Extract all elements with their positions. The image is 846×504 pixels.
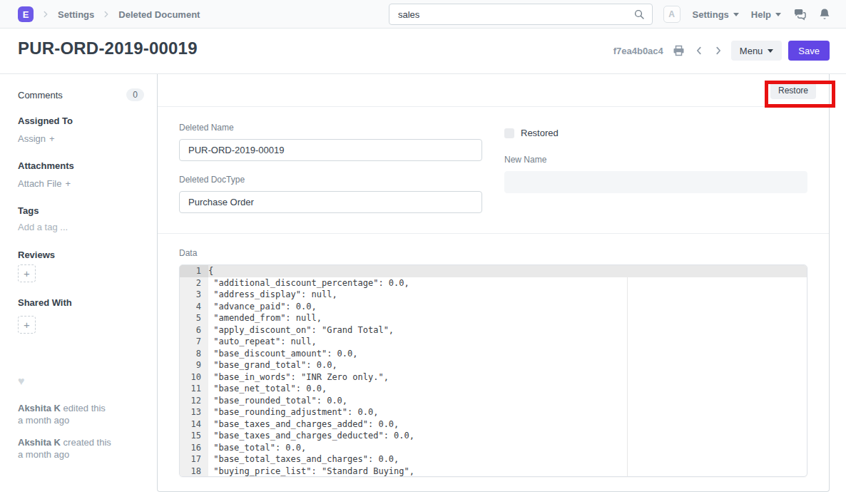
line-text: "base_grand_total": 0.0, — [208, 359, 337, 371]
code-line: 17 "base_total_taxes_and_charges": 0.0, — [180, 453, 807, 466]
comments-label: Comments — [18, 90, 63, 101]
settings-menu[interactable]: Settings — [693, 9, 739, 20]
code-line: 4 "advance_paid": 0.0, — [180, 301, 807, 313]
line-text: "buying_price_list": "Standard Buying", — [208, 466, 414, 478]
line-number: 16 — [180, 442, 208, 454]
navbar: E Settings Deleted Document A Settings — [0, 0, 846, 29]
line-number: 6 — [180, 324, 208, 336]
comments-count-badge: 0 — [126, 88, 144, 101]
code-line: 15 "base_taxes_and_charges_deducted": 0.… — [180, 430, 807, 442]
line-text: "base_net_total": 0.0, — [208, 383, 327, 395]
prev-document-icon[interactable] — [693, 44, 705, 57]
next-document-icon[interactable] — [712, 44, 725, 57]
help-menu[interactable]: Help — [751, 9, 781, 20]
form-section-main: Deleted Name Deleted DocType Restored Ne… — [158, 107, 829, 233]
line-number: 18 — [180, 466, 208, 478]
data-label: Data — [179, 248, 807, 258]
line-number: 3 — [180, 289, 208, 301]
attach-file-button[interactable]: Attach File + — [18, 178, 71, 189]
line-text: "base_in_words": "INR Zero only.", — [208, 371, 389, 384]
share-button[interactable]: + — [18, 316, 36, 334]
print-icon[interactable] — [671, 43, 686, 58]
line-text: "base_rounding_adjustment": 0.0, — [208, 406, 378, 418]
line-text: "base_taxes_and_charges_added": 0.0, — [208, 418, 399, 431]
deleted-name-input[interactable] — [179, 139, 482, 161]
form-toolbar: Restore — [158, 74, 829, 107]
save-button[interactable]: Save — [788, 41, 830, 61]
code-line: 12 "base_rounded_total": 0.0, — [180, 395, 807, 407]
deleted-name-label: Deleted Name — [179, 123, 482, 133]
line-text: "base_rounded_total": 0.0, — [208, 395, 347, 407]
restore-button[interactable]: Restore — [770, 82, 816, 99]
attachments-heading: Attachments — [18, 160, 144, 171]
activity-time: a month ago — [18, 415, 69, 426]
line-number: 17 — [180, 453, 208, 466]
plus-icon: + — [49, 133, 55, 144]
line-number: 9 — [180, 359, 208, 371]
document-hash: f7ea4b0ac4 — [613, 46, 663, 56]
search-input[interactable] — [389, 9, 633, 20]
line-text: "base_total": 0.0, — [208, 442, 306, 454]
assign-label: Assign — [18, 133, 46, 144]
chevron-down-icon — [768, 49, 773, 53]
page-title: PUR-ORD-2019-00019 — [18, 38, 198, 58]
activity-action: created this — [63, 437, 111, 448]
restored-field: Restored — [504, 128, 807, 138]
activity-action: edited this — [63, 403, 106, 413]
reviews-heading: Reviews — [18, 250, 144, 260]
shared-with-heading: Shared With — [18, 297, 144, 308]
activity-item: Akshita K created this a month ago — [18, 436, 144, 461]
help-menu-label: Help — [751, 9, 771, 20]
line-text: "apply_discount_on": "Grand Total", — [208, 324, 394, 336]
chevron-down-icon — [775, 13, 781, 16]
restored-checkbox[interactable] — [504, 128, 514, 138]
code-line: 3 "address_display": null, — [180, 289, 807, 301]
add-tag-input[interactable]: Add a tag ... — [18, 222, 144, 232]
form-column-left: Deleted Name Deleted DocType — [179, 123, 482, 213]
like-heart-icon[interactable]: ♥ — [18, 375, 144, 388]
menu-button[interactable]: Menu — [731, 41, 783, 61]
line-number: 4 — [180, 301, 208, 313]
plus-icon: + — [65, 178, 71, 189]
line-number: 15 — [180, 430, 208, 442]
activity-item: Akshita K edited this a month ago — [18, 402, 144, 426]
breadcrumb-deleted-document[interactable]: Deleted Document — [118, 9, 200, 20]
deleted-doctype-input[interactable] — [179, 191, 482, 213]
line-text: "base_taxes_and_charges_deducted": 0.0, — [208, 430, 414, 442]
line-text: "address_display": null, — [208, 289, 337, 301]
line-number: 13 — [180, 406, 208, 418]
form-section-data: Data 1{ 2 "additional_discount_percentag… — [158, 234, 829, 498]
add-review-button[interactable]: + — [18, 264, 36, 282]
line-number: 8 — [180, 348, 208, 360]
bell-icon[interactable] — [819, 8, 830, 21]
form-card: Restore Deleted Name Deleted DocType Res… — [157, 74, 830, 492]
deleted-document-page: E Settings Deleted Document A Settings — [0, 0, 846, 504]
page-actions: f7ea4b0ac4 Menu Save — [613, 41, 830, 61]
breadcrumb: E Settings Deleted Document — [18, 0, 200, 29]
chevron-right-icon — [101, 9, 111, 19]
new-name-label: New Name — [504, 155, 807, 165]
line-number: 7 — [180, 336, 208, 348]
deleted-name-field: Deleted Name — [179, 123, 482, 161]
line-text: "additional_discount_percentage": 0.0, — [208, 277, 409, 289]
code-line: 10 "base_in_words": "INR Zero only.", — [180, 371, 807, 384]
search-icon[interactable] — [633, 9, 645, 20]
comments-row[interactable]: Comments 0 — [18, 88, 144, 101]
deleted-doctype-label: Deleted DocType — [179, 175, 482, 185]
code-line: 8 "base_discount_amount": 0.0, — [180, 348, 807, 360]
avatar[interactable]: A — [663, 6, 681, 23]
assign-button[interactable]: Assign + — [18, 133, 55, 144]
breadcrumb-settings[interactable]: Settings — [58, 9, 94, 20]
chat-icon[interactable] — [793, 9, 807, 21]
settings-menu-label: Settings — [693, 9, 729, 20]
activity-user: Akshita K — [18, 403, 61, 413]
app-logo[interactable]: E — [18, 6, 34, 22]
code-line: 18 "buying_price_list": "Standard Buying… — [180, 466, 807, 478]
restored-label: Restored — [521, 128, 559, 138]
code-line: 16 "base_total": 0.0, — [180, 442, 807, 454]
form-sidebar: Comments 0 Assigned To Assign + Attachme… — [18, 74, 144, 461]
code-line: 13 "base_rounding_adjustment": 0.0, — [180, 406, 807, 418]
code-line: 5 "amended_from": null, — [180, 312, 807, 324]
attach-file-label: Attach File — [18, 178, 61, 189]
json-code-editor[interactable]: 1{ 2 "additional_discount_percentage": 0… — [179, 264, 807, 477]
